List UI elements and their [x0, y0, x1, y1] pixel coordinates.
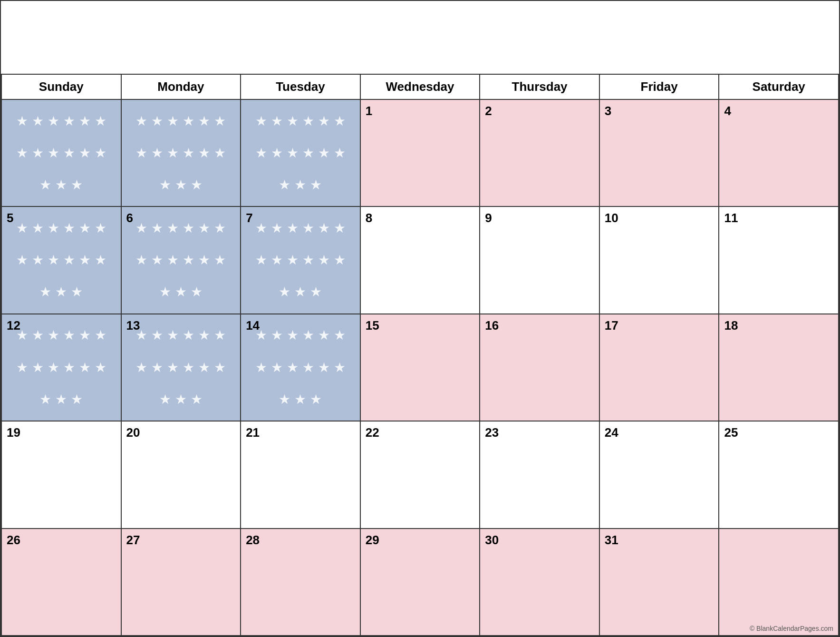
star-icon: ★	[214, 361, 226, 374]
star-icon: ★	[167, 222, 179, 235]
day-number: 30	[485, 533, 499, 548]
day-number: 7	[246, 211, 252, 225]
star-icon: ★	[32, 254, 44, 267]
day-number: 21	[246, 425, 260, 440]
star-icon: ★	[55, 178, 67, 192]
star-icon: ★	[294, 178, 306, 192]
star-icon: ★	[214, 222, 226, 235]
star-icon: ★	[135, 115, 147, 128]
day-number: 5	[7, 211, 13, 225]
day-number: 25	[724, 425, 738, 440]
star-icon: ★	[198, 147, 210, 160]
day-cell-11: 11	[719, 207, 839, 314]
star-icon: ★	[318, 147, 330, 160]
star-icon: ★	[183, 329, 194, 342]
star-icon: ★	[55, 393, 67, 406]
star-icon: ★	[135, 361, 147, 374]
star-icon: ★	[191, 393, 203, 406]
star-icon: ★	[287, 222, 299, 235]
star-icon: ★	[334, 254, 346, 267]
star-icon: ★	[159, 393, 171, 406]
copyright: © BlankCalendarPages.com	[750, 625, 833, 632]
star-icon: ★	[287, 147, 299, 160]
day-number: 23	[485, 425, 499, 440]
star-icon: ★	[16, 147, 28, 160]
star-icon: ★	[79, 254, 91, 267]
star-icon: ★	[95, 361, 106, 374]
day-number: 12	[7, 318, 20, 333]
star-icon: ★	[191, 285, 203, 299]
star-icon: ★	[279, 285, 290, 299]
day-cell-22: 22	[361, 421, 481, 529]
day-cell-25: 25	[719, 421, 839, 529]
day-cell-27: 27	[122, 529, 241, 636]
star-icon: ★	[334, 147, 346, 160]
star-icon: ★	[32, 222, 44, 235]
day-number: 31	[605, 533, 618, 548]
day-number: 20	[126, 425, 140, 440]
star-icon: ★	[302, 222, 314, 235]
day-cell-23: 23	[480, 421, 600, 529]
star-icon: ★	[79, 361, 91, 374]
star-icon: ★	[95, 329, 106, 342]
star-icon: ★	[334, 222, 346, 235]
star-icon: ★	[183, 115, 194, 128]
star-icon: ★	[167, 115, 179, 128]
star-icon: ★	[48, 361, 59, 374]
star-icon: ★	[159, 178, 171, 192]
star-icon: ★	[287, 361, 299, 374]
star-icon: ★	[48, 254, 59, 267]
star-icon: ★	[271, 361, 283, 374]
star-icon: ★	[302, 361, 314, 374]
calendar-grid: SundayMondayTuesdayWednesdayThursdayFrid…	[1, 75, 839, 636]
star-icon: ★	[79, 115, 91, 128]
day-header-friday: Friday	[600, 75, 720, 100]
star-icon: ★	[16, 254, 28, 267]
day-cell-5: ★★★★★★★★★★★★★★★5	[2, 207, 122, 314]
star-icon: ★	[191, 178, 203, 192]
star-icon: ★	[95, 222, 106, 235]
day-cell-13: ★★★★★★★★★★★★★★★13	[122, 314, 241, 421]
star-icon: ★	[214, 147, 226, 160]
star-icon: ★	[95, 115, 106, 128]
star-icon: ★	[294, 393, 306, 406]
star-icon: ★	[183, 254, 194, 267]
star-icon: ★	[255, 147, 267, 160]
star-icon: ★	[151, 254, 163, 267]
star-icon: ★	[151, 147, 163, 160]
star-icon: ★	[16, 361, 28, 374]
day-header-sunday: Sunday	[2, 75, 122, 100]
day-header-tuesday: Tuesday	[241, 75, 361, 100]
star-icon: ★	[135, 147, 147, 160]
star-icon: ★	[63, 147, 75, 160]
star-icon: ★	[271, 254, 283, 267]
star-icon: ★	[287, 254, 299, 267]
star-icon: ★	[167, 329, 179, 342]
star-icon: ★	[32, 147, 44, 160]
star-icon: ★	[214, 329, 226, 342]
day-cell-2: 2	[480, 100, 600, 207]
star-icon: ★	[151, 222, 163, 235]
star-icon: ★	[318, 222, 330, 235]
day-cell-empty: © BlankCalendarPages.com	[719, 529, 839, 636]
star-icon: ★	[71, 178, 83, 192]
star-icon: ★	[287, 329, 299, 342]
star-icon: ★	[16, 222, 28, 235]
star-icon: ★	[302, 329, 314, 342]
star-icon: ★	[255, 222, 267, 235]
star-icon: ★	[198, 115, 210, 128]
day-number: 26	[7, 533, 20, 548]
star-icon: ★	[48, 329, 59, 342]
day-header-saturday: Saturday	[719, 75, 839, 100]
star-icon: ★	[318, 254, 330, 267]
star-icon: ★	[39, 285, 51, 299]
star-icon: ★	[32, 329, 44, 342]
star-icon: ★	[271, 222, 283, 235]
star-icon: ★	[95, 254, 106, 267]
star-icon: ★	[16, 115, 28, 128]
star-icon: ★	[318, 361, 330, 374]
day-number: 19	[7, 425, 20, 440]
calendar-title	[1, 1, 839, 75]
star-icon: ★	[71, 285, 83, 299]
star-icon: ★	[318, 115, 330, 128]
